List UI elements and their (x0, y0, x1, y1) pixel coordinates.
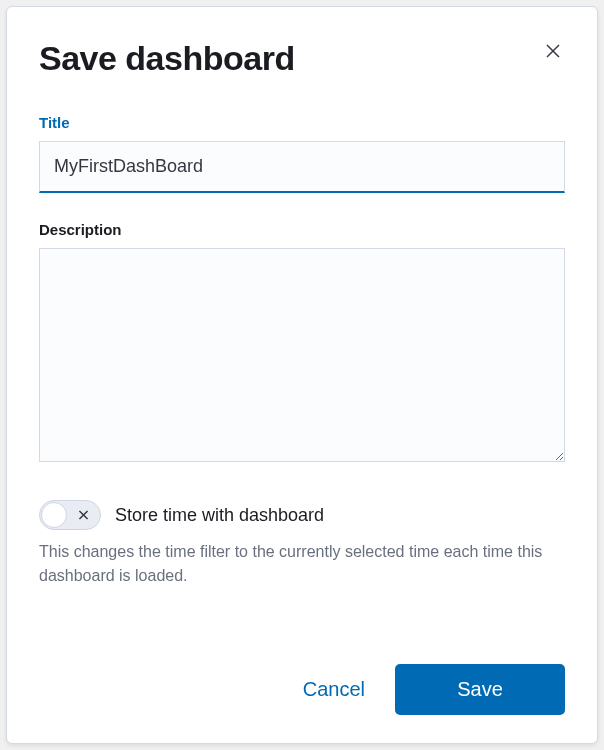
description-textarea[interactable] (39, 248, 565, 462)
toggle-label: Store time with dashboard (115, 505, 324, 526)
modal-footer: Cancel Save (39, 636, 565, 715)
title-input[interactable] (39, 141, 565, 193)
save-button[interactable]: Save (395, 664, 565, 715)
modal-title: Save dashboard (39, 39, 295, 78)
save-dashboard-modal: Save dashboard Title Description (6, 6, 598, 744)
cancel-button[interactable]: Cancel (297, 668, 371, 711)
toggle-row: Store time with dashboard (39, 500, 565, 530)
title-label: Title (39, 114, 565, 131)
description-field-group: Description (39, 221, 565, 466)
title-field-group: Title (39, 114, 565, 193)
toggle-help-text: This changes the time filter to the curr… (39, 540, 565, 588)
description-label: Description (39, 221, 565, 238)
close-icon (545, 43, 561, 62)
toggle-knob (41, 502, 67, 528)
modal-header: Save dashboard (39, 39, 565, 78)
x-icon (77, 509, 90, 522)
store-time-toggle[interactable] (39, 500, 101, 530)
close-button[interactable] (541, 39, 565, 66)
store-time-group: Store time with dashboard This changes t… (39, 494, 565, 588)
